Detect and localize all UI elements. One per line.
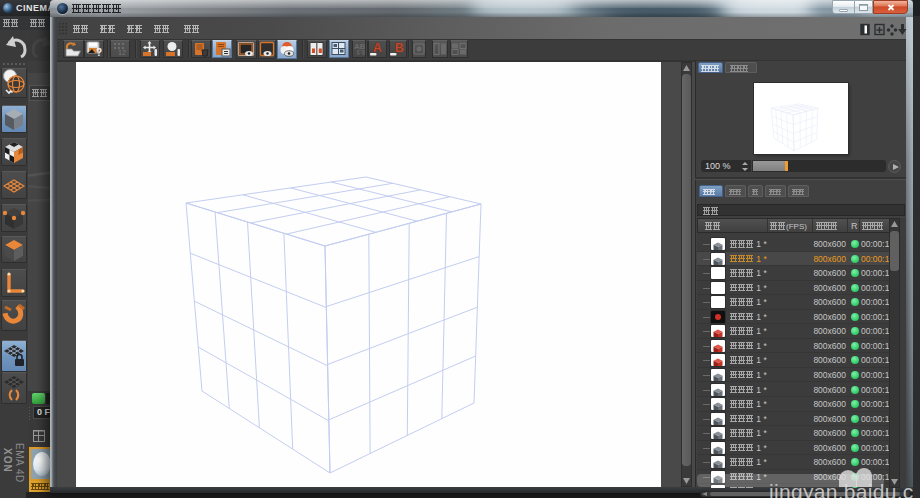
svg-text:?: ? [96, 47, 102, 57]
svg-text:A: A [373, 41, 382, 55]
svg-text:12: 12 [118, 49, 126, 56]
svg-text:B: B [395, 41, 404, 55]
